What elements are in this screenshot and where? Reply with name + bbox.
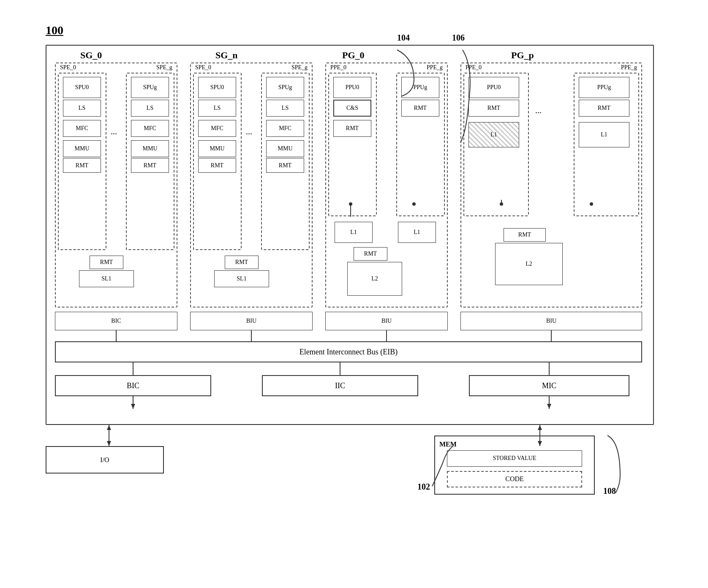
mem-label: MEM [439, 441, 457, 448]
pgp-rmt-l2: RMT [504, 228, 546, 242]
sgn-sl1: SL1 [214, 270, 269, 287]
svg-marker-22 [107, 441, 111, 446]
sg0-rmt-bottom: RMT [90, 256, 123, 269]
pg0-ppu0: PPU0 [333, 77, 371, 98]
pgp-ppe0-label: PPE_0 [466, 64, 482, 71]
sg0-label: SG_0 [80, 50, 102, 61]
pg0-l1-0: L1 [335, 222, 373, 243]
svg-marker-10 [131, 404, 135, 409]
speg-sgn-label: SPE_0 [195, 64, 211, 71]
pgp-dots: ... [535, 106, 542, 115]
sgn-speg-box: SPUg LS MFC MMU RMT [261, 73, 310, 250]
code-box: CODE [447, 471, 582, 487]
pgp-ppeg-box: PPUg RMT L1 [574, 73, 639, 216]
mfcg-box: MFC [131, 120, 169, 137]
sgn-spu0: SPU0 [198, 77, 236, 98]
pg0-ppe0-label: PPE_0 [330, 64, 346, 71]
diagram-number: 100 [46, 24, 63, 37]
pg0-ppeg-label: PPE_g [427, 64, 443, 71]
mmu0-box: MMU [63, 140, 101, 157]
spug-box: SPUg [131, 77, 169, 98]
pg0-group: PPE_0 PPU0 C&S RMT PPE_g PPUg RMT [325, 63, 448, 308]
sgn-speg-label: SPE_g [291, 64, 308, 71]
mem-arrow-svg [531, 425, 548, 450]
pg0-label: PG_0 [342, 50, 365, 61]
pgp-ppug: PPUg [579, 77, 629, 98]
sgn-rmt-bottom: RMT [225, 256, 259, 269]
sgn-spe0-box: SPU0 LS MFC MMU RMT [193, 73, 242, 250]
sgn-lsg: LS [266, 100, 304, 117]
pgp-ppu0: PPU0 [468, 77, 519, 98]
speg-label: SPE_g [156, 64, 172, 71]
pg0-ppeg-box: PPUg RMT [396, 73, 445, 216]
sgn-mmu0: MMU [198, 140, 236, 157]
pgp-l1-hatched: L1 [468, 122, 519, 147]
mfc0-box: MFC [63, 120, 101, 137]
lsg-box: LS [131, 100, 169, 117]
pg0-ppe0-box: PPU0 C&S RMT [328, 73, 377, 216]
pg0-biu: BIU [325, 312, 448, 330]
spe0-box: SPU0 LS MFC MMU RMT [58, 73, 106, 250]
pgp-l2: L2 [495, 243, 563, 285]
rmtg-box: RMT [131, 158, 169, 173]
sgn-dots: ... [246, 127, 252, 136]
pg0-l1-g: L1 [398, 222, 436, 243]
iic-box: IIC [262, 375, 418, 396]
spu0-box: SPU0 [63, 77, 101, 98]
sgn-label: SG_n [215, 50, 238, 61]
sgn-spug: SPUg [266, 77, 304, 98]
svg-marker-24 [538, 425, 542, 430]
mem-box: MEM STORED VALUE CODE [434, 436, 595, 495]
stored-value-box: STORED VALUE [447, 450, 582, 467]
pg0-l2: L2 [347, 262, 402, 296]
main-box: SG_0 SPE_0 SPU0 LS MFC MMU [46, 45, 654, 425]
bic-box: BIC [55, 375, 211, 396]
io-arrow-svg [101, 425, 117, 450]
mic-box: MIC [469, 375, 629, 396]
pg0-rmt0: RMT [333, 120, 371, 137]
ref-102: 102 [417, 482, 430, 492]
pgp-ppe0-box: PPU0 RMT L1 [463, 73, 529, 216]
speg-box: SPUg LS MFC MMU RMT [126, 73, 174, 250]
sg0-group: SPE_0 SPU0 LS MFC MMU [55, 63, 177, 308]
eib-bar: Element Interconnect Bus (EIB) [55, 341, 642, 362]
pgp-rmtg: RMT [579, 100, 629, 117]
pgp-biu: BIU [460, 312, 642, 330]
sg0-biu: BIC [55, 312, 177, 330]
svg-marker-11 [547, 404, 551, 409]
rmt0-box: RMT [63, 158, 101, 173]
sgn-biu: BIU [190, 312, 313, 330]
svg-marker-21 [107, 425, 111, 430]
ls0-box: LS [63, 100, 101, 117]
sg0-sl1: SL1 [79, 270, 134, 287]
svg-marker-25 [538, 441, 542, 446]
pgp-l1-g: L1 [579, 122, 629, 147]
diagram-page: 100 SG_0 SPE_0 SPU0 LS MFC [37, 19, 671, 569]
sgn-mmug: MMU [266, 140, 304, 157]
ref-108: 108 [603, 486, 616, 496]
sgn-mfcg: MFC [266, 120, 304, 137]
pgp-ppeg-label: PPE_g [621, 64, 637, 71]
mmug-box: MMU [131, 140, 169, 157]
pgp-group: PPE_0 PPU0 RMT L1 ... PPE_g PPUg [460, 63, 642, 308]
pg0-rmt-l2: RMT [354, 247, 387, 261]
pgp-rmt0: RMT [468, 100, 519, 117]
sgn-ls0: LS [198, 100, 236, 117]
sg0-dots: ... [111, 127, 117, 136]
pg0-cs: C&S [333, 100, 371, 117]
pg0-rmtg: RMT [401, 100, 439, 117]
sgn-rmtg: RMT [266, 158, 304, 173]
sgn-group: SPE_0 SPU0 LS MFC MMU RMT ... SPE_ [190, 63, 313, 308]
sgn-mfc0: MFC [198, 120, 236, 137]
sgn-rmt0: RMT [198, 158, 236, 173]
ref-106: 106 [452, 33, 465, 43]
pgp-label: PG_p [511, 50, 534, 61]
pg0-ppug: PPUg [401, 77, 439, 98]
ref-104: 104 [397, 33, 410, 43]
spe0-label: SPE_0 [60, 64, 76, 71]
